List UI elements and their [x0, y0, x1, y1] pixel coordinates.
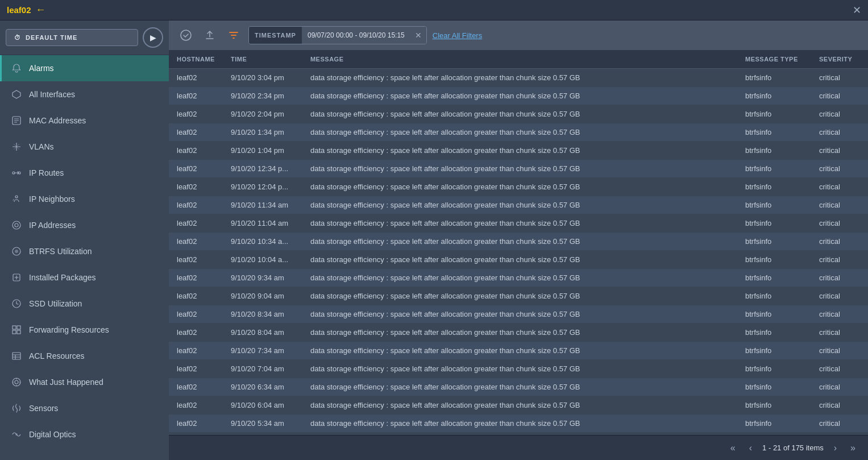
next-page-button[interactable]: ›	[830, 441, 840, 455]
timestamp-filter-chip: TIMESTAMP 09/07/20 00:00 - 09/10/20 15:1…	[248, 26, 427, 44]
sidebar-item-ip-addresses[interactable]: IP Addresses	[0, 212, 169, 238]
svg-point-5	[13, 221, 20, 229]
sidebar-item-vlans[interactable]: VLANs	[0, 134, 169, 160]
cell-severity: critical	[811, 123, 868, 142]
svg-point-18	[15, 433, 18, 436]
cell-time: 9/10/20 1:34 pm	[223, 123, 302, 142]
table-row[interactable]: leaf02 9/10/20 10:04 a... data storage e…	[169, 251, 868, 269]
cell-hostname: leaf02	[169, 233, 223, 251]
check-icon[interactable]	[177, 26, 195, 44]
col-header-message: MESSAGE	[302, 50, 737, 69]
table-row[interactable]: leaf02 9/10/20 1:04 pm data storage effi…	[169, 142, 868, 160]
svg-point-4	[15, 196, 18, 198]
cell-hostname: leaf02	[169, 142, 223, 160]
cell-message: data storage efficiency : space left aft…	[302, 142, 737, 160]
cell-message: data storage efficiency : space left aft…	[302, 396, 737, 415]
acl-resources-icon	[11, 350, 22, 362]
sidebar-item-label-acl-resources: ACL Resources	[29, 351, 85, 360]
table-container: HOSTNAME TIME MESSAGE MESSAGE TYPE SEVER…	[169, 50, 868, 435]
filter-chip-close-button[interactable]: ✕	[410, 27, 426, 44]
table-row[interactable]: leaf02 9/10/20 9:04 am data storage effi…	[169, 287, 868, 305]
sidebar-item-alarms[interactable]: Alarms	[0, 55, 169, 81]
cell-time: 9/10/20 2:04 pm	[223, 105, 302, 123]
table-row[interactable]: leaf02 9/10/20 12:34 p... data storage e…	[169, 160, 868, 178]
sidebar-item-installed-packages[interactable]: Installed Packages	[0, 264, 169, 291]
table-row[interactable]: leaf02 9/10/20 8:34 am data storage effi…	[169, 305, 868, 324]
cell-message-type: btrfsinfo	[737, 196, 811, 214]
cell-hostname: leaf02	[169, 69, 223, 87]
cell-severity: critical	[811, 105, 868, 123]
pagination: « ‹ 1 - 21 of 175 items › »	[169, 435, 868, 460]
mac-addresses-icon	[11, 115, 22, 126]
table-row[interactable]: leaf02 9/10/20 5:34 am data storage effi…	[169, 415, 868, 433]
cell-message: data storage efficiency : space left aft…	[302, 360, 737, 378]
svg-point-16	[13, 378, 20, 386]
table-row[interactable]: leaf02 9/10/20 2:34 pm data storage effi…	[169, 87, 868, 105]
pagination-info: 1 - 21 of 175 items	[762, 444, 824, 452]
default-time-label: DEFAULT TIME	[26, 34, 77, 41]
table-row[interactable]: leaf02 9/10/20 10:34 a... data storage e…	[169, 233, 868, 251]
cell-message: data storage efficiency : space left aft…	[302, 87, 737, 105]
cell-message-type: btrfsinfo	[737, 305, 811, 324]
sidebar-item-label-ip-addresses: IP Addresses	[29, 221, 76, 230]
sidebar-item-sensors[interactable]: Sensors	[0, 395, 169, 421]
table-row[interactable]: leaf02 9/10/20 11:04 am data storage eff…	[169, 214, 868, 233]
cell-hostname: leaf02	[169, 160, 223, 178]
sidebar-item-label-what-just-happened: What Just Happened	[29, 378, 103, 387]
clear-all-filters-button[interactable]: Clear All Filters	[433, 31, 482, 40]
cell-time: 9/10/20 5:34 am	[223, 415, 302, 433]
sidebar-item-btrfs-utilization[interactable]: BTRFS Utilization	[0, 238, 169, 264]
sidebar-item-ip-routes[interactable]: IP Routes	[0, 160, 169, 186]
table-row[interactable]: leaf02 9/10/20 6:04 am data storage effi…	[169, 396, 868, 415]
prev-page-button[interactable]: ‹	[746, 441, 755, 455]
cell-hostname: leaf02	[169, 269, 223, 287]
cell-hostname: leaf02	[169, 178, 223, 196]
table-row[interactable]: leaf02 9/10/20 3:04 pm data storage effi…	[169, 69, 868, 87]
cell-message-type: btrfsinfo	[737, 251, 811, 269]
upload-icon[interactable]	[201, 26, 219, 44]
table-row[interactable]: leaf02 9/10/20 12:04 p... data storage e…	[169, 178, 868, 196]
sidebar-item-what-just-happened[interactable]: What Just Happened	[0, 369, 169, 395]
first-page-button[interactable]: «	[727, 441, 739, 455]
sidebar-item-label-forwarding-resources: Forwarding Resources	[29, 325, 109, 334]
title-bar-text: leaf02 ←	[7, 4, 46, 16]
cell-severity: critical	[811, 287, 868, 305]
sidebar-item-mac-addresses[interactable]: MAC Addresses	[0, 107, 169, 134]
last-page-button[interactable]: »	[847, 441, 859, 455]
cell-severity: critical	[811, 87, 868, 105]
cell-message: data storage efficiency : space left aft…	[302, 415, 737, 433]
cell-time: 9/10/20 6:04 am	[223, 396, 302, 415]
sidebar-item-digital-optics[interactable]: Digital Optics	[0, 421, 169, 447]
table-row[interactable]: leaf02 9/10/20 2:04 pm data storage effi…	[169, 105, 868, 123]
sidebar-item-ssd-utilization[interactable]: SSD Utilization	[0, 291, 169, 317]
table-row[interactable]: leaf02 9/10/20 11:34 am data storage eff…	[169, 196, 868, 214]
cell-message-type: btrfsinfo	[737, 342, 811, 360]
cell-message: data storage efficiency : space left aft…	[302, 178, 737, 196]
play-button[interactable]: ▶	[143, 27, 163, 48]
cell-time: 9/10/20 10:04 a...	[223, 251, 302, 269]
cell-severity: critical	[811, 342, 868, 360]
content-area: TIMESTAMP 09/07/20 00:00 - 09/10/20 15:1…	[169, 20, 868, 460]
cell-message-type: btrfsinfo	[737, 415, 811, 433]
default-time-button[interactable]: ⏱ DEFAULT TIME	[6, 29, 138, 46]
sidebar-item-forwarding-resources[interactable]: Forwarding Resources	[0, 317, 169, 343]
svg-rect-14	[17, 330, 20, 334]
table-row[interactable]: leaf02 9/10/20 9:34 am data storage effi…	[169, 269, 868, 287]
cell-message-type: btrfsinfo	[737, 233, 811, 251]
sidebar: ⏱ DEFAULT TIME ▶ Alarms All Interfaces M…	[0, 20, 169, 460]
table-row[interactable]: leaf02 9/10/20 7:04 am data storage effi…	[169, 360, 868, 378]
cell-severity: critical	[811, 360, 868, 378]
ip-addresses-icon	[11, 219, 22, 231]
table-row[interactable]: leaf02 9/10/20 7:34 am data storage effi…	[169, 342, 868, 360]
close-button[interactable]: ✕	[853, 4, 861, 16]
table-row[interactable]: leaf02 9/10/20 6:34 am data storage effi…	[169, 378, 868, 396]
sidebar-item-ip-neighbors[interactable]: IP Neighbors	[0, 186, 169, 212]
cell-severity: critical	[811, 69, 868, 87]
table-row[interactable]: leaf02 9/10/20 8:04 am data storage effi…	[169, 324, 868, 342]
sidebar-item-label-vlans: VLANs	[29, 142, 54, 151]
sidebar-item-all-interfaces[interactable]: All Interfaces	[0, 81, 169, 107]
table-row[interactable]: leaf02 9/10/20 1:34 pm data storage effi…	[169, 123, 868, 142]
sidebar-item-acl-resources[interactable]: ACL Resources	[0, 343, 169, 369]
cell-time: 9/10/20 11:04 am	[223, 214, 302, 233]
filter-icon[interactable]	[225, 26, 243, 44]
